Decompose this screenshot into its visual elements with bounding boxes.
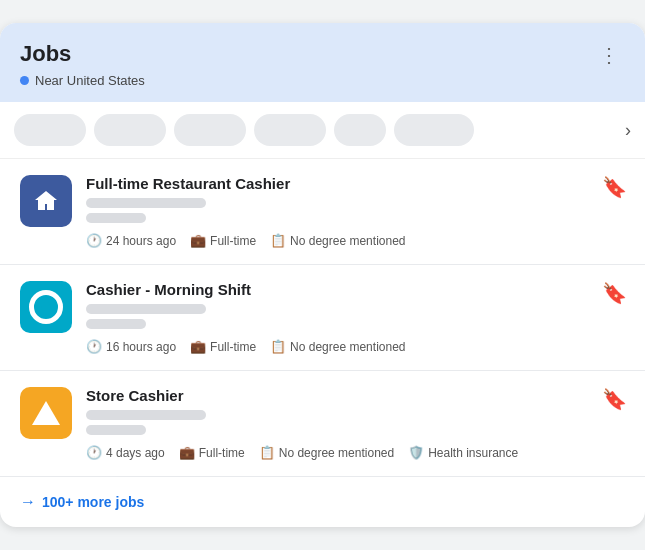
job-item-2[interactable]: Cashier - Morning Shift 🕐 16 hours ago 💼…: [0, 265, 645, 371]
briefcase-icon-2: 💼: [190, 339, 206, 354]
edu-icon-3: 📋: [259, 445, 275, 460]
clock-icon-2: 🕐: [86, 339, 102, 354]
job-meta-2: 🕐 16 hours ago 💼 Full-time 📋 No degree m…: [86, 339, 625, 354]
job-edu-label-2: No degree mentioned: [290, 340, 405, 354]
filter-pill-2[interactable]: [94, 114, 166, 146]
more-options-button[interactable]: ⋮: [595, 41, 625, 69]
bookmark-button-3[interactable]: 🔖: [602, 387, 627, 411]
job-meta-3: 🕐 4 days ago 💼 Full-time 📋 No degree men…: [86, 445, 625, 460]
job-title-2: Cashier - Morning Shift: [86, 281, 625, 298]
job-benefit-label-3: Health insurance: [428, 446, 518, 460]
page-title: Jobs: [20, 41, 145, 67]
job-title-3: Store Cashier: [86, 387, 625, 404]
edu-icon-1: 📋: [270, 233, 286, 248]
location-label: Near United States: [20, 73, 145, 88]
job-type-label-2: Full-time: [210, 340, 256, 354]
briefcase-icon-1: 💼: [190, 233, 206, 248]
more-jobs-label: 100+ more jobs: [42, 494, 144, 510]
triangle-logo-icon: [32, 401, 60, 425]
job-content-1: Full-time Restaurant Cashier 🕐 24 hours …: [86, 175, 625, 248]
bookmark-button-2[interactable]: 🔖: [602, 281, 627, 305]
clock-icon-3: 🕐: [86, 445, 102, 460]
filter-pill-1[interactable]: [14, 114, 86, 146]
filter-pill-6[interactable]: [394, 114, 474, 146]
job-edu-label-1: No degree mentioned: [290, 234, 405, 248]
job-company-bar-2: [86, 304, 206, 314]
filter-pill-4[interactable]: [254, 114, 326, 146]
job-type-label-3: Full-time: [199, 446, 245, 460]
edu-icon-2: 📋: [270, 339, 286, 354]
job-edu-2: 📋 No degree mentioned: [270, 339, 405, 354]
job-title-1: Full-time Restaurant Cashier: [86, 175, 625, 192]
job-type-1: 💼 Full-time: [190, 233, 256, 248]
job-content-2: Cashier - Morning Shift 🕐 16 hours ago 💼…: [86, 281, 625, 354]
filters-row: ›: [0, 102, 645, 159]
job-location-bar-2: [86, 319, 146, 329]
more-jobs-link[interactable]: → 100+ more jobs: [20, 493, 144, 511]
job-meta-1: 🕐 24 hours ago 💼 Full-time 📋 No degree m…: [86, 233, 625, 248]
job-type-3: 💼 Full-time: [179, 445, 245, 460]
job-edu-1: 📋 No degree mentioned: [270, 233, 405, 248]
job-logo-3: [20, 387, 72, 439]
job-benefit-3: 🛡️ Health insurance: [408, 445, 518, 460]
job-type-label-1: Full-time: [210, 234, 256, 248]
benefit-icon-3: 🛡️: [408, 445, 424, 460]
job-edu-3: 📋 No degree mentioned: [259, 445, 394, 460]
clock-icon-1: 🕐: [86, 233, 102, 248]
location-dot-icon: [20, 76, 29, 85]
job-type-2: 💼 Full-time: [190, 339, 256, 354]
more-jobs-arrow-icon: →: [20, 493, 36, 511]
location-text: Near United States: [35, 73, 145, 88]
circle-logo-icon: [29, 290, 63, 324]
job-time-label-1: 24 hours ago: [106, 234, 176, 248]
job-location-bar-1: [86, 213, 146, 223]
briefcase-icon-3: 💼: [179, 445, 195, 460]
header: Jobs Near United States ⋮: [0, 23, 645, 102]
header-left: Jobs Near United States: [20, 41, 145, 88]
job-time-label-2: 16 hours ago: [106, 340, 176, 354]
jobs-card: Jobs Near United States ⋮ › Full-time Re…: [0, 23, 645, 527]
job-item-1[interactable]: Full-time Restaurant Cashier 🕐 24 hours …: [0, 159, 645, 265]
job-edu-label-3: No degree mentioned: [279, 446, 394, 460]
job-logo-2: [20, 281, 72, 333]
job-logo-1: [20, 175, 72, 227]
job-company-bar-1: [86, 198, 206, 208]
job-item-3[interactable]: Store Cashier 🕐 4 days ago 💼 Full-time 📋…: [0, 371, 645, 477]
job-time-3: 🕐 4 days ago: [86, 445, 165, 460]
job-time-1: 🕐 24 hours ago: [86, 233, 176, 248]
filter-pill-3[interactable]: [174, 114, 246, 146]
job-company-bar-3: [86, 410, 206, 420]
job-content-3: Store Cashier 🕐 4 days ago 💼 Full-time 📋…: [86, 387, 625, 460]
bookmark-button-1[interactable]: 🔖: [602, 175, 627, 199]
job-location-bar-3: [86, 425, 146, 435]
job-time-label-3: 4 days ago: [106, 446, 165, 460]
filter-pill-5[interactable]: [334, 114, 386, 146]
filters-arrow-icon[interactable]: ›: [625, 120, 631, 141]
more-jobs-row: → 100+ more jobs: [0, 477, 645, 527]
job-time-2: 🕐 16 hours ago: [86, 339, 176, 354]
